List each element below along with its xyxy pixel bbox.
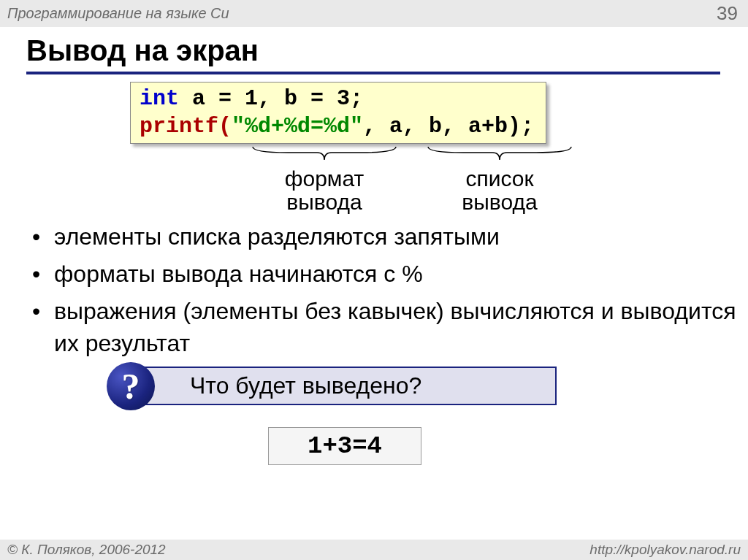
list-item: выражения (элементы без кавычек) вычисля… (32, 296, 748, 358)
brace-annotations: формат вывода список вывода (130, 145, 748, 212)
list-item: элементы списка разделяются запятыми (32, 221, 748, 253)
result-output: 1+3=4 (268, 427, 421, 465)
code-line2-rest: , a, b, a+b); (363, 114, 534, 139)
footer-url: http://kpolyakov.narod.ru (589, 542, 741, 558)
bullet-list: элементы списка разделяются запятыми фор… (32, 221, 748, 359)
code-format-string: "%d+%d=%d" (232, 114, 363, 139)
brace-label-format: формат вывода (251, 167, 397, 213)
footer-copyright: © К. Поляков, 2006-2012 (7, 542, 166, 558)
list-item: форматы вывода начинаются с % (32, 258, 748, 290)
code-example: int a = 1, b = 3; printf("%d+%d=%d", a, … (130, 82, 748, 144)
code-fn-printf: printf( (140, 114, 232, 139)
code-keyword-int: int (140, 86, 179, 111)
course-title: Программирование на языке Си (7, 5, 229, 22)
question-text: Что будет выведено? (190, 372, 421, 399)
code-line1-rest: a = 1, b = 3; (179, 86, 363, 111)
brace-label-list: список вывода (427, 167, 573, 213)
brace-icon (251, 145, 397, 163)
slide-title: Вывод на экран (26, 34, 720, 74)
brace-icon (427, 145, 573, 163)
page-number: 39 (717, 2, 738, 25)
topbar: Программирование на языке Си 39 (0, 0, 748, 27)
footer: © К. Поляков, 2006-2012 http://kpolyakov… (0, 540, 748, 560)
question-callout: ? Что будет выведено? (133, 367, 557, 405)
question-icon: ? (107, 362, 155, 410)
